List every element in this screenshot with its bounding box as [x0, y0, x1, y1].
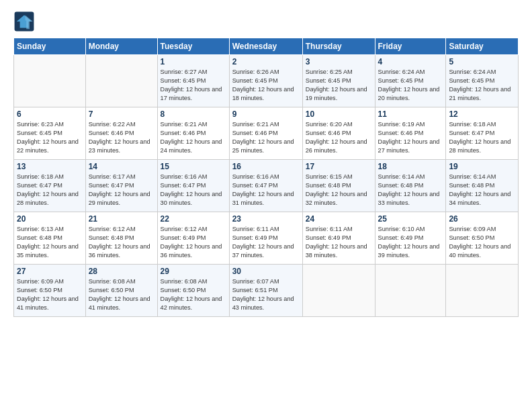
day-number: 24 [306, 214, 372, 224]
day-detail: Sunrise: 6:07 AMSunset: 6:51 PMDaylight:… [232, 277, 300, 312]
calendar-table: SundayMondayTuesdayWednesdayThursdayFrid… [13, 38, 519, 317]
calendar-cell: 20Sunrise: 6:13 AMSunset: 6:48 PMDayligh… [14, 212, 86, 265]
day-number: 25 [378, 214, 443, 224]
day-header-friday: Friday [375, 38, 446, 55]
day-detail: Sunrise: 6:12 AMSunset: 6:49 PMDaylight:… [161, 225, 226, 260]
calendar-cell: 2Sunrise: 6:26 AMSunset: 6:45 PMDaylight… [229, 55, 302, 107]
day-header-wednesday: Wednesday [229, 38, 302, 55]
day-detail: Sunrise: 6:08 AMSunset: 6:50 PMDaylight:… [89, 277, 154, 312]
day-number: 15 [161, 162, 226, 171]
calendar-cell [85, 55, 157, 107]
calendar-cell: 28Sunrise: 6:08 AMSunset: 6:50 PMDayligh… [85, 265, 157, 317]
page: SundayMondayTuesdayWednesdayThursdayFrid… [0, 0, 532, 411]
calendar-cell: 22Sunrise: 6:12 AMSunset: 6:49 PMDayligh… [157, 212, 229, 265]
calendar-cell: 12Sunrise: 6:18 AMSunset: 6:47 PMDayligh… [446, 107, 519, 160]
calendar-week-4: 20Sunrise: 6:13 AMSunset: 6:48 PMDayligh… [14, 212, 519, 265]
day-detail: Sunrise: 6:08 AMSunset: 6:50 PMDaylight:… [161, 277, 226, 312]
day-number: 17 [306, 162, 372, 171]
calendar-cell: 19Sunrise: 6:14 AMSunset: 6:48 PMDayligh… [446, 160, 519, 212]
calendar-week-1: 1Sunrise: 6:27 AMSunset: 6:45 PMDaylight… [14, 55, 519, 107]
day-number: 21 [89, 214, 154, 224]
calendar-cell: 17Sunrise: 6:15 AMSunset: 6:48 PMDayligh… [302, 160, 375, 212]
day-detail: Sunrise: 6:11 AMSunset: 6:49 PMDaylight:… [306, 225, 372, 260]
day-detail: Sunrise: 6:18 AMSunset: 6:47 PMDaylight:… [17, 173, 83, 208]
calendar-cell: 27Sunrise: 6:09 AMSunset: 6:50 PMDayligh… [14, 265, 86, 317]
day-detail: Sunrise: 6:21 AMSunset: 6:46 PMDaylight:… [232, 120, 300, 155]
calendar-cell: 18Sunrise: 6:14 AMSunset: 6:48 PMDayligh… [375, 160, 446, 212]
calendar-cell [14, 55, 86, 107]
day-detail: Sunrise: 6:18 AMSunset: 6:47 PMDaylight:… [449, 120, 515, 155]
calendar-cell: 25Sunrise: 6:10 AMSunset: 6:49 PMDayligh… [375, 212, 446, 265]
day-header-tuesday: Tuesday [157, 38, 229, 55]
day-number: 26 [449, 214, 515, 224]
calendar-cell: 21Sunrise: 6:12 AMSunset: 6:48 PMDayligh… [85, 212, 157, 265]
day-number: 22 [161, 214, 226, 224]
day-detail: Sunrise: 6:13 AMSunset: 6:48 PMDaylight:… [17, 225, 83, 260]
calendar-cell: 16Sunrise: 6:16 AMSunset: 6:47 PMDayligh… [229, 160, 302, 212]
calendar-cell: 1Sunrise: 6:27 AMSunset: 6:45 PMDaylight… [157, 55, 229, 107]
day-number: 30 [232, 267, 300, 276]
day-number: 1 [161, 57, 226, 66]
day-number: 23 [232, 214, 300, 224]
day-number: 27 [17, 267, 83, 276]
calendar-cell: 7Sunrise: 6:22 AMSunset: 6:46 PMDaylight… [85, 107, 157, 160]
day-header-monday: Monday [85, 38, 157, 55]
day-number: 18 [378, 162, 443, 171]
calendar-cell: 29Sunrise: 6:08 AMSunset: 6:50 PMDayligh… [157, 265, 229, 317]
calendar-cell: 15Sunrise: 6:16 AMSunset: 6:47 PMDayligh… [157, 160, 229, 212]
day-detail: Sunrise: 6:25 AMSunset: 6:45 PMDaylight:… [306, 68, 372, 103]
calendar-cell: 26Sunrise: 6:09 AMSunset: 6:50 PMDayligh… [446, 212, 519, 265]
day-number: 11 [378, 109, 443, 119]
day-detail: Sunrise: 6:17 AMSunset: 6:47 PMDaylight:… [89, 173, 154, 208]
day-number: 16 [232, 162, 300, 171]
day-number: 29 [161, 267, 226, 276]
day-number: 19 [449, 162, 515, 171]
day-number: 12 [449, 109, 515, 119]
day-detail: Sunrise: 6:16 AMSunset: 6:47 PMDaylight:… [232, 173, 300, 208]
calendar-cell: 8Sunrise: 6:21 AMSunset: 6:46 PMDaylight… [157, 107, 229, 160]
day-number: 7 [89, 109, 154, 119]
day-detail: Sunrise: 6:11 AMSunset: 6:49 PMDaylight:… [232, 225, 300, 260]
logo [13, 11, 38, 32]
day-detail: Sunrise: 6:20 AMSunset: 6:46 PMDaylight:… [306, 120, 372, 155]
calendar-week-5: 27Sunrise: 6:09 AMSunset: 6:50 PMDayligh… [14, 265, 519, 317]
day-number: 3 [306, 57, 372, 66]
day-header-thursday: Thursday [302, 38, 375, 55]
header [13, 11, 519, 32]
day-detail: Sunrise: 6:14 AMSunset: 6:48 PMDaylight:… [378, 173, 443, 208]
day-number: 4 [378, 57, 443, 66]
calendar-cell: 24Sunrise: 6:11 AMSunset: 6:49 PMDayligh… [302, 212, 375, 265]
calendar-cell: 5Sunrise: 6:24 AMSunset: 6:45 PMDaylight… [446, 55, 519, 107]
day-detail: Sunrise: 6:24 AMSunset: 6:45 PMDaylight:… [449, 68, 515, 103]
calendar-cell: 14Sunrise: 6:17 AMSunset: 6:47 PMDayligh… [85, 160, 157, 212]
calendar-cell: 10Sunrise: 6:20 AMSunset: 6:46 PMDayligh… [302, 107, 375, 160]
day-number: 28 [89, 267, 154, 276]
day-header-sunday: Sunday [14, 38, 86, 55]
day-number: 10 [306, 109, 372, 119]
day-detail: Sunrise: 6:09 AMSunset: 6:50 PMDaylight:… [449, 225, 515, 260]
calendar-cell: 6Sunrise: 6:23 AMSunset: 6:45 PMDaylight… [14, 107, 86, 160]
calendar-week-2: 6Sunrise: 6:23 AMSunset: 6:45 PMDaylight… [14, 107, 519, 160]
calendar-cell: 9Sunrise: 6:21 AMSunset: 6:46 PMDaylight… [229, 107, 302, 160]
calendar-cell [446, 265, 519, 317]
calendar-cell: 11Sunrise: 6:19 AMSunset: 6:46 PMDayligh… [375, 107, 446, 160]
calendar-cell [375, 265, 446, 317]
day-header-saturday: Saturday [446, 38, 519, 55]
day-detail: Sunrise: 6:21 AMSunset: 6:46 PMDaylight:… [161, 120, 226, 155]
day-number: 13 [17, 162, 83, 171]
calendar-cell: 23Sunrise: 6:11 AMSunset: 6:49 PMDayligh… [229, 212, 302, 265]
day-number: 9 [232, 109, 300, 119]
calendar-cell [302, 265, 375, 317]
day-detail: Sunrise: 6:14 AMSunset: 6:48 PMDaylight:… [449, 173, 515, 208]
day-detail: Sunrise: 6:27 AMSunset: 6:45 PMDaylight:… [161, 68, 226, 103]
day-detail: Sunrise: 6:26 AMSunset: 6:45 PMDaylight:… [232, 68, 300, 103]
calendar-week-3: 13Sunrise: 6:18 AMSunset: 6:47 PMDayligh… [14, 160, 519, 212]
day-number: 5 [449, 57, 515, 66]
day-number: 14 [89, 162, 154, 171]
day-detail: Sunrise: 6:22 AMSunset: 6:46 PMDaylight:… [89, 120, 154, 155]
day-number: 8 [161, 109, 226, 119]
day-detail: Sunrise: 6:10 AMSunset: 6:49 PMDaylight:… [378, 225, 443, 260]
day-detail: Sunrise: 6:16 AMSunset: 6:47 PMDaylight:… [161, 173, 226, 208]
calendar-header-row: SundayMondayTuesdayWednesdayThursdayFrid… [14, 38, 519, 55]
day-detail: Sunrise: 6:19 AMSunset: 6:46 PMDaylight:… [378, 120, 443, 155]
